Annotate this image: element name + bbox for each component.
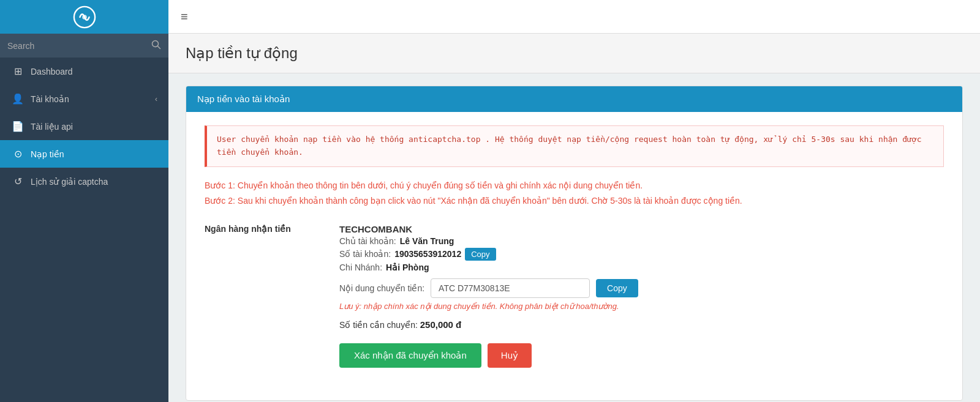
step2-text: Bước 2: Sau khi chuyển khoản thành công … [205, 193, 944, 209]
sidebar-item-nap-tien[interactable]: ⊙ Nạp tiền [0, 140, 168, 168]
cancel-button[interactable]: Huỷ [488, 343, 532, 368]
confirm-button[interactable]: Xác nhận đã chuyển khoản [339, 343, 481, 368]
transfer-content-label: Nội dung chuyển tiền: [339, 283, 424, 293]
sidebar-item-api-doc[interactable]: 📄 Tài liệu api [0, 113, 168, 140]
sidebar-item-history[interactable]: ↺ Lịch sử giải captcha [0, 168, 168, 195]
sidebar-item-dashboard[interactable]: ⊞ Dashboard [0, 58, 168, 85]
amount-label: Số tiền cần chuyển: [339, 320, 418, 330]
card-body: User chuyển khoản nạp tiền vào hệ thống … [186, 112, 962, 400]
sidebar-item-account[interactable]: 👤 Tài khoản ‹ [0, 85, 168, 113]
page-title: Nạp tiền tự động [186, 45, 963, 62]
bank-label: Ngân hàng nhận tiền [205, 221, 339, 371]
step-texts: Bước 1: Chuyển khoản theo thông tin bên … [205, 178, 944, 209]
search-icon [151, 40, 161, 51]
account-holder-value: Lê Văn Trung [400, 236, 454, 246]
account-holder-row: Chủ tài khoản: Lê Văn Trung [339, 236, 944, 246]
history-icon: ↺ [11, 176, 24, 187]
account-icon: 👤 [11, 93, 24, 105]
page-content: Nạp tiền tự động Nạp tiền vào tài khoản … [168, 34, 980, 402]
action-buttons: Xác nhận đã chuyển khoản Huỷ [339, 343, 944, 368]
account-holder-label: Chủ tài khoản: [339, 236, 396, 246]
sidebar-item-label: Nạp tiền [31, 149, 157, 159]
sidebar-item-label: Tài khoản [31, 94, 149, 104]
transfer-content-input[interactable] [431, 278, 590, 298]
wallet-icon: ⊙ [11, 148, 24, 160]
amount-value: 250,000 đ [420, 319, 462, 330]
amount-row: Số tiền cần chuyển: 250,000 đ [339, 319, 944, 330]
search-input[interactable] [7, 41, 146, 51]
note-text: Lưu ý: nhập chính xác nội dung chuyển ti… [339, 302, 944, 311]
copy-account-number-button[interactable]: Copy [465, 248, 496, 261]
info-box: User chuyển khoản nạp tiền vào hệ thống … [205, 125, 944, 167]
card-header: Nạp tiền vào tài khoản [186, 86, 962, 112]
bank-info-table: Ngân hàng nhận tiền TECHCOMBANK Chủ tài … [205, 221, 944, 371]
page-header: Nạp tiền tự động [168, 34, 980, 73]
chevron-icon: ‹ [155, 95, 157, 103]
sidebar-item-label: Tài liệu api [31, 122, 157, 132]
account-number-label: Số tài khoản: [339, 249, 391, 259]
svg-point-1 [82, 15, 87, 20]
main-area: ≡ Nạp tiền tự động Nạp tiền vào tài khoả… [168, 0, 980, 402]
sidebar-item-label: Lịch sử giải captcha [31, 177, 157, 187]
file-icon: 📄 [11, 121, 24, 132]
step1-text: Bước 1: Chuyển khoản theo thông tin bên … [205, 178, 944, 193]
transfer-content-row: Nội dung chuyển tiền: Copy [339, 278, 944, 298]
bank-name: TECHCOMBANK [339, 224, 944, 234]
branch-label: Chi Nhánh: [339, 262, 382, 272]
sidebar-item-label: Dashboard [31, 67, 157, 76]
sidebar: ⊞ Dashboard 👤 Tài khoản ‹ 📄 Tài liệu api… [0, 0, 168, 402]
dashboard-icon: ⊞ [11, 65, 24, 77]
search-box [0, 34, 168, 58]
topbar: ≡ [168, 0, 980, 34]
copy-transfer-content-button[interactable]: Copy [596, 279, 638, 297]
branch-row: Chi Nhánh: Hải Phòng [339, 262, 944, 272]
logo-icon [73, 6, 96, 29]
svg-line-3 [158, 47, 160, 49]
account-number-value: 19035653912012 [394, 249, 461, 259]
branch-value: Hải Phòng [386, 262, 429, 272]
account-number-row: Số tài khoản: 19035653912012 Copy [339, 248, 944, 261]
card: Nạp tiền vào tài khoản User chuyển khoản… [186, 86, 963, 401]
sidebar-logo [0, 0, 168, 34]
menu-icon[interactable]: ≡ [181, 10, 188, 24]
